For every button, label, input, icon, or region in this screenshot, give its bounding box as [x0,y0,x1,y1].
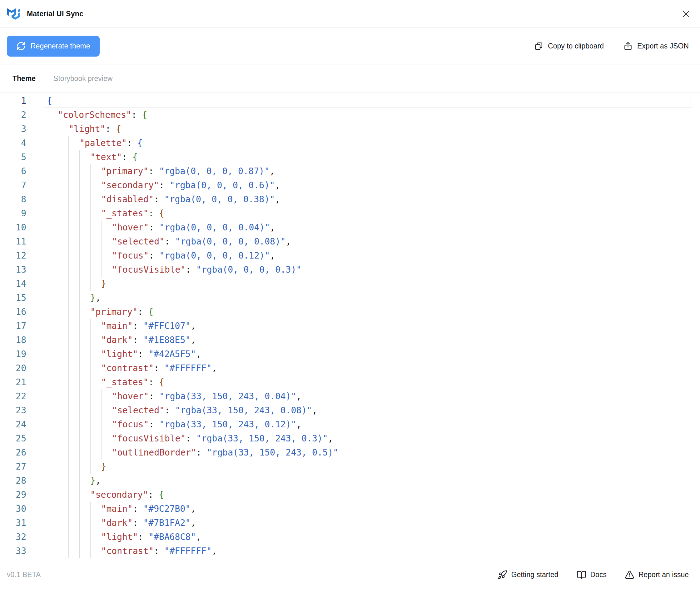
code-line-content: "_states": { [44,375,691,389]
code-line[interactable]: 29 "secondary": { [0,488,691,502]
export-as-json-button[interactable]: Export as JSON [623,41,689,51]
rocket-icon [497,570,507,580]
indent-guide [68,431,79,445]
indent-guide [47,248,58,262]
editor-lines: 1{2 "colorSchemes": {3 "light": {4 "pale… [0,94,700,558]
docs-link[interactable]: Docs [577,570,607,580]
code-line[interactable]: 21 "_states": { [0,375,691,389]
indent-guide [68,319,79,333]
version-badge: v0.1 BETA [7,571,41,579]
code-line[interactable]: 13 "focusVisible": "rgba(0, 0, 0, 0.3)" [0,262,691,277]
indent-guide [58,291,69,305]
code-line[interactable]: 1{ [0,94,691,108]
code-line[interactable]: 2 "colorSchemes": { [0,108,691,122]
code-line-content: "secondary": { [44,488,691,502]
indent-guide [58,333,69,347]
line-number: 29 [0,488,44,502]
code-line-content: "text": { [44,150,691,164]
code-line[interactable]: 30 "main": "#9C27B0", [0,502,691,516]
line-number: 18 [0,333,44,347]
toolbar-right: Copy to clipboard Export as JSON [534,41,689,51]
indent-guide [68,206,79,220]
code-line-content: "disabled": "rgba(0, 0, 0, 0.38)", [44,192,691,206]
indent-guide [79,403,90,417]
indent-guide [79,502,90,516]
code-line[interactable]: 20 "contrast": "#FFFFFF", [0,361,691,375]
code-line-content: "focus": "rgba(0, 0, 0, 0.12)", [44,248,691,262]
code-line[interactable]: 6 "primary": "rgba(0, 0, 0, 0.87)", [0,164,691,178]
indent-guide [90,375,101,389]
code-line[interactable]: 28 }, [0,474,691,488]
code-line-content: } [44,277,691,291]
code-line[interactable]: 5 "text": { [0,150,691,164]
code-line[interactable]: 15 }, [0,291,691,305]
code-line[interactable]: 16 "primary": { [0,305,691,319]
tab-storybook-preview[interactable]: Storybook preview [53,74,112,83]
indent-guide [58,375,69,389]
indent-guide [47,277,58,291]
code-line[interactable]: 25 "focusVisible": "rgba(33, 150, 243, 0… [0,431,691,445]
code-line[interactable]: 33 "contrast": "#FFFFFF", [0,544,691,558]
indent-guide [79,530,90,544]
indent-guide [79,445,90,459]
code-line[interactable]: 4 "palette": { [0,136,691,150]
tab-theme[interactable]: Theme [12,74,36,83]
code-line[interactable]: 11 "selected": "rgba(0, 0, 0, 0.08)", [0,234,691,248]
code-line[interactable]: 12 "focus": "rgba(0, 0, 0, 0.12)", [0,248,691,262]
header: Material UI Sync [0,0,700,28]
code-line[interactable]: 18 "dark": "#1E88E5", [0,333,691,347]
getting-started-link[interactable]: Getting started [497,570,559,580]
code-line[interactable]: 14 } [0,277,691,291]
indent-guide [79,544,90,558]
indent-guide [79,305,90,319]
indent-guide [79,277,90,291]
indent-guide [79,347,90,361]
line-number: 23 [0,403,44,417]
code-line-content: "selected": "rgba(0, 0, 0, 0.08)", [44,234,691,248]
copy-icon [534,41,544,51]
copy-to-clipboard-button[interactable]: Copy to clipboard [534,41,604,51]
code-line[interactable]: 27 } [0,459,691,474]
indent-guide [68,248,79,262]
theme-code-editor[interactable]: 1{2 "colorSchemes": {3 "light": {4 "pale… [0,92,700,560]
toolbar: Regenerate theme Copy to clipboard Expor… [0,28,700,64]
code-line[interactable]: 19 "light": "#42A5F5", [0,347,691,361]
line-number: 33 [0,544,44,558]
code-line[interactable]: 23 "selected": "rgba(33, 150, 243, 0.08)… [0,403,691,417]
indent-guide [47,305,58,319]
code-line[interactable]: 3 "light": { [0,122,691,136]
indent-guide [68,459,79,474]
code-line-content: }, [44,474,691,488]
code-line[interactable]: 26 "outlinedBorder": "rgba(33, 150, 243,… [0,445,691,459]
indent-guide [90,403,101,417]
indent-guide [47,333,58,347]
indent-guide [47,445,58,459]
line-number: 26 [0,445,44,459]
code-line-content: "outlinedBorder": "rgba(33, 150, 243, 0.… [44,445,691,459]
line-number: 20 [0,361,44,375]
close-button[interactable] [681,8,691,19]
code-line[interactable]: 22 "hover": "rgba(33, 150, 243, 0.04)", [0,389,691,403]
code-line[interactable]: 8 "disabled": "rgba(0, 0, 0, 0.38)", [0,192,691,206]
indent-guide [90,206,101,220]
indent-guide [90,544,101,558]
code-line[interactable]: 9 "_states": { [0,206,691,220]
indent-guide [58,431,69,445]
line-number: 9 [0,206,44,220]
report-issue-link[interactable]: Report an issue [625,570,689,580]
line-number: 30 [0,502,44,516]
indent-guide [90,319,101,333]
code-line[interactable]: 17 "main": "#FFC107", [0,319,691,333]
line-number: 27 [0,459,44,474]
code-line[interactable]: 10 "hover": "rgba(0, 0, 0, 0.04)", [0,220,691,234]
code-line[interactable]: 32 "light": "#BA68C8", [0,530,691,544]
code-line[interactable]: 31 "dark": "#7B1FA2", [0,516,691,530]
code-line[interactable]: 24 "focus": "rgba(33, 150, 243, 0.12)", [0,417,691,431]
indent-guide [47,291,58,305]
indent-guide [90,262,101,277]
indent-guide [68,375,79,389]
code-line[interactable]: 7 "secondary": "rgba(0, 0, 0, 0.6)", [0,178,691,192]
regenerate-theme-button[interactable]: Regenerate theme [7,36,100,56]
line-number: 11 [0,234,44,248]
code-line-content: "primary": { [44,305,691,319]
